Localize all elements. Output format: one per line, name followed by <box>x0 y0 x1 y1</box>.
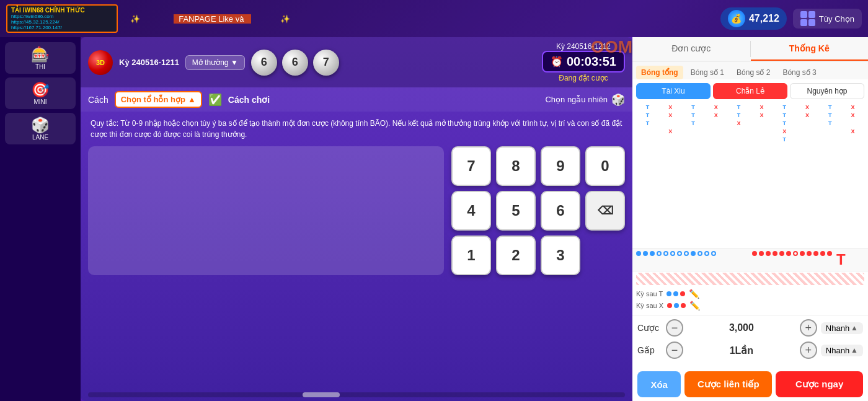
xoa-button[interactable]: Xóa <box>637 371 681 397</box>
bet-options: Tài Xiu Chẵn Lẻ Nguyên hợp <box>632 79 868 103</box>
ad-title: TẢI IWIN68 CHÍNH THỨC <box>11 7 113 14</box>
sidebar-icon-2: 🎯 <box>9 81 72 99</box>
num-0-button[interactable]: 0 <box>585 146 625 186</box>
ky-current: Kỳ 240516-1211 <box>119 58 179 67</box>
rules-box: Quy tắc: Từ 0-9 nhập hoặc chọn tùy ý ba … <box>88 115 625 143</box>
sub-tab-bong-3[interactable]: Bóng số 3 <box>777 66 821 79</box>
number-display <box>88 146 444 275</box>
dots-area: T <box>632 248 868 271</box>
ky-sau-x-row: Kỳ sau X ✏️ <box>636 301 864 311</box>
big-t-display: T <box>836 251 846 268</box>
tab-don-cuoc[interactable]: Đơn cược <box>632 37 750 61</box>
sidebar-icon-1: 🎰 <box>9 46 72 63</box>
gap-value: 1Lần <box>687 345 796 356</box>
cuoc-plus-button[interactable]: + <box>800 319 817 337</box>
num-9-button[interactable]: 9 <box>541 146 580 186</box>
right-panel: Đơn cược Thống Kê Bóng tổng Bóng số 1 Bó… <box>632 37 868 401</box>
stats-grid: T X T X T X T X T X T X T X T X T X T X … <box>632 103 868 248</box>
marquee-bar: ✨ FANPAGE Like và ✨ <box>118 14 720 24</box>
gap-nhanh-select[interactable]: Nhanh ▲ <box>821 345 863 356</box>
cuoc-value: 3,000 <box>687 322 796 333</box>
num-6-button[interactable]: 6 <box>541 191 580 231</box>
top-bar: TẢI IWIN68 CHÍNH THỨC https://iwin686.co… <box>0 0 868 37</box>
cach-label: Cách <box>88 95 108 105</box>
num-2-button[interactable]: 2 <box>496 236 536 275</box>
coin-icon: 💰 <box>728 10 745 27</box>
ad-link-2: https://45.32.125.224/ <box>11 19 113 25</box>
grid-row-3: X X X <box>636 128 864 135</box>
cuoc-row: Cược − 3,000 + Nhanh ▲ <box>637 319 863 337</box>
cach-row: Cách Chọn tổ hỗn hợp ▲ ✅ Cách chơi Chọn … <box>81 87 632 112</box>
delete-button[interactable]: ⌫ <box>585 191 625 231</box>
tuy-chon-label: Tùy Chọn <box>819 14 854 24</box>
num-3-button[interactable]: 3 <box>541 236 580 275</box>
sidebar-item-3[interactable]: 🎲 LANE <box>5 113 76 144</box>
grid-row-2: T T X T T <box>636 120 864 127</box>
ball-3: 7 <box>313 50 339 76</box>
ball-1: 6 <box>251 50 277 76</box>
ky-sau-t-label: Kỳ sau T <box>636 290 663 297</box>
ad-banner[interactable]: TẢI IWIN68 CHÍNH THỨC https://iwin686.co… <box>6 4 118 33</box>
ky-sau-t-row: Kỳ sau T ✏️ <box>636 289 864 299</box>
random-button[interactable]: Chọn ngẫu nhiên 🎲 <box>545 93 625 107</box>
sub-tabs: Bóng tổng Bóng số 1 Bóng số 2 Bóng số 3 <box>632 62 868 79</box>
num-4-button[interactable]: 4 <box>451 191 491 231</box>
grid-row-4: T <box>636 136 864 143</box>
tab-thong-ke[interactable]: Thống Kê <box>751 37 869 61</box>
left-sidebar: 🎰 THI 🎯 MINI 🎲 LANE <box>0 37 81 401</box>
alarm-icon: ⏰ <box>551 56 563 68</box>
bet-opt-tai-xiu[interactable]: Tài Xiu <box>636 83 711 99</box>
coins-display: 💰 47,212 <box>720 7 787 30</box>
mo-thuong-button[interactable]: Mở thường ▼ <box>185 55 245 70</box>
ad-link-1: https://iwin686.com <box>11 14 113 19</box>
cuoc-nhanh-label: Nhanh <box>826 324 849 333</box>
cuoc-minus-button[interactable]: − <box>666 319 683 337</box>
cuoc-label: Cược <box>637 323 662 333</box>
dice-icon: 🎲 <box>611 93 625 107</box>
grid-row-1: T X T X T X T X T X <box>636 112 864 119</box>
striped-decoration <box>636 273 864 285</box>
boom-decoration: OOM <box>591 37 632 57</box>
sub-tab-bong-1[interactable]: Bóng số 1 <box>686 66 729 79</box>
cach-select-button[interactable]: Chọn tổ hỗn hợp ▲ <box>115 91 202 108</box>
num-1-button[interactable]: 1 <box>451 236 491 275</box>
ad-link-3: https://167.71.200.147/ <box>11 25 113 30</box>
scroll-thumb <box>303 392 340 397</box>
tuy-chon-button[interactable]: Tùy Chọn <box>793 9 862 29</box>
gap-minus-button[interactable]: − <box>666 342 683 359</box>
sub-tab-bong-tong[interactable]: Bóng tổng <box>636 66 683 79</box>
sub-tab-bong-2[interactable]: Bóng số 2 <box>732 66 775 79</box>
num-5-button[interactable]: 5 <box>496 191 536 231</box>
bet-opt-chan-le[interactable]: Chẵn Lẻ <box>713 83 787 99</box>
game-area: 3D Kỳ 240516-1211 Mở thường ▼ 6 6 7 Kỳ 2… <box>81 37 632 401</box>
cuoc-ngay-button[interactable]: Cược ngay <box>776 371 863 397</box>
cach-choi-label: Cách chơi <box>228 95 270 105</box>
gap-label: Gấp <box>637 345 662 355</box>
balls-row: 6 6 7 <box>251 50 339 76</box>
action-buttons: Xóa Cược liên tiếp Cược ngay <box>632 368 868 401</box>
numpad: 7 8 9 0 4 5 6 ⌫ 1 2 3 <box>451 146 625 275</box>
ky-sau-t-edit[interactable]: ✏️ <box>689 289 699 299</box>
num-7-button[interactable]: 7 <box>451 146 491 186</box>
check-icon: ✅ <box>208 93 222 107</box>
num-8-button[interactable]: 8 <box>496 146 536 186</box>
scroll-area[interactable] <box>88 392 625 397</box>
sidebar-item-1[interactable]: 🎰 THI <box>5 42 76 74</box>
panel-tabs: Đơn cược Thống Kê <box>632 37 868 62</box>
gap-plus-button[interactable]: + <box>800 342 817 359</box>
number-area: 7 8 9 0 4 5 6 ⌫ 1 2 3 <box>88 146 625 275</box>
dang-dat-label: Đang đặt cược <box>542 74 625 82</box>
grid-icon <box>800 11 815 26</box>
ky-sau-x-edit[interactable]: ✏️ <box>689 301 700 311</box>
fanpage-label: FANPAGE Like và <box>174 14 251 24</box>
cuoc-nhanh-select[interactable]: Nhanh ▲ <box>821 322 863 334</box>
grid-header: T X T X T X T X T X <box>636 104 864 110</box>
sidebar-item-2[interactable]: 🎯 MINI <box>5 77 76 109</box>
chevron-up-icon-2: ▲ <box>851 346 858 355</box>
gap-row: Gấp − 1Lần + Nhanh ▲ <box>637 342 863 359</box>
chevron-up-icon: ▲ <box>851 324 858 332</box>
bet-opt-nguyen-hop[interactable]: Nguyên hợp <box>790 83 864 99</box>
coins-value: 47,212 <box>749 13 779 24</box>
cuoc-lien-tiep-button[interactable]: Cược liên tiếp <box>684 371 772 397</box>
ball-3d-icon: 3D <box>88 50 113 75</box>
